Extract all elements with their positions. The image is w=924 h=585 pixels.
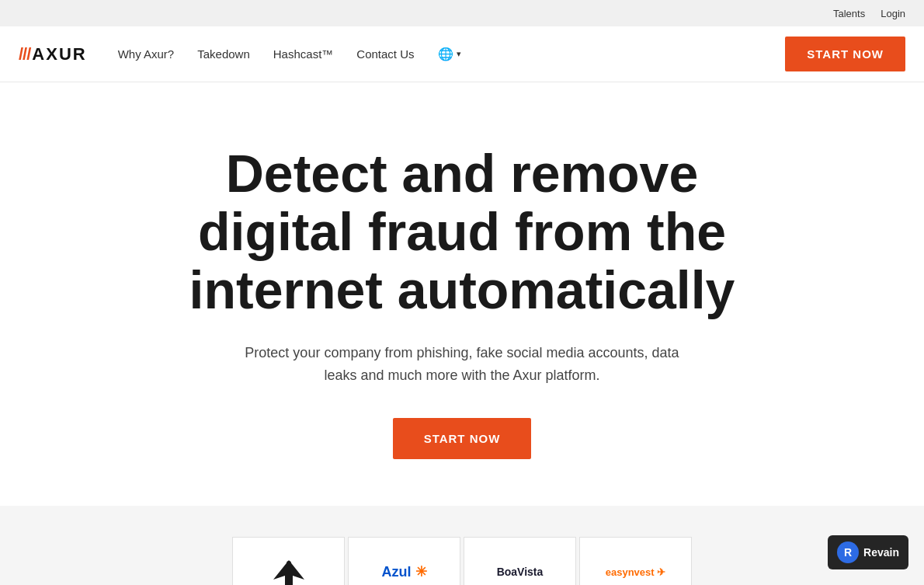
svg-point-0 — [287, 561, 291, 566]
trusted-logos-section: Azul ✳ BoaVista easynvest ✈ — [0, 506, 924, 585]
logo-card-azul: Azul ✳ — [348, 537, 460, 585]
brand-logo-1 — [266, 552, 312, 585]
chevron-down-icon: ▾ — [457, 49, 461, 59]
logo-card-boavista: BoaVista — [464, 537, 576, 585]
logo-card-1 — [232, 537, 345, 585]
navbar: /// AXUR Why Axur? Takedown Hashcast™ Co… — [0, 26, 924, 82]
logo-card-easynvest: easynvest ✈ — [579, 537, 692, 585]
logo[interactable]: /// AXUR — [19, 44, 87, 64]
revain-label: Revain — [863, 546, 899, 559]
revain-badge: R Revain — [828, 535, 908, 569]
hero-subtitle: Protect your company from phishing, fake… — [245, 342, 679, 387]
logo-text: AXUR — [32, 44, 86, 64]
nav-item-contact-us[interactable]: Contact Us — [356, 47, 414, 61]
logo-slashes: /// — [19, 44, 30, 64]
nav-item-why-axur[interactable]: Why Axur? — [118, 47, 175, 61]
hero-title: Detect and remove digital fraud from the… — [182, 145, 742, 319]
nav-item-hashcast[interactable]: Hashcast™ — [273, 47, 334, 61]
revain-icon: R — [837, 541, 859, 563]
top-bar: Talents Login — [0, 0, 924, 26]
nav-links: Why Axur? Takedown Hashcast™ Contact Us … — [118, 47, 786, 61]
talents-link[interactable]: Talents — [833, 8, 865, 19]
nav-item-takedown[interactable]: Takedown — [197, 47, 250, 61]
azul-brand-logo: Azul ✳ — [382, 563, 427, 580]
globe-icon: 🌐 — [438, 47, 453, 61]
login-link[interactable]: Login — [881, 8, 905, 19]
language-selector[interactable]: 🌐 ▾ — [438, 47, 461, 61]
nav-start-now-button[interactable]: START NOW — [785, 37, 905, 71]
hero-section: Detect and remove digital fraud from the… — [0, 82, 924, 506]
easynvest-brand-logo: easynvest ✈ — [606, 565, 666, 579]
boavista-brand-logo: BoaVista — [497, 565, 544, 579]
brand-1-svg — [266, 552, 312, 585]
hero-start-now-button[interactable]: START NOW — [393, 418, 532, 459]
